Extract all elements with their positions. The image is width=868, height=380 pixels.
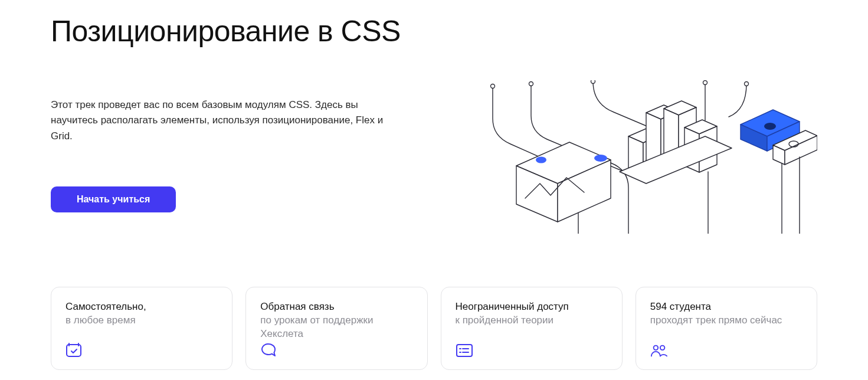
svg-point-3 xyxy=(703,81,707,85)
svg-rect-32 xyxy=(457,345,472,356)
card-subtitle: к пройденной теории xyxy=(456,314,608,327)
chat-icon xyxy=(260,341,278,358)
feature-card-unlimited-access: Неограниченный доступ к пройденной теори… xyxy=(441,287,623,370)
feature-card-feedback: Обратная связь по урокам от поддержки Хе… xyxy=(245,287,427,370)
svg-point-4 xyxy=(745,82,749,86)
svg-point-1 xyxy=(529,82,533,86)
card-title: Обратная связь xyxy=(260,300,412,314)
start-learning-button[interactable]: Начать учиться xyxy=(51,186,176,212)
users-icon xyxy=(650,341,668,358)
svg-point-26 xyxy=(764,123,776,130)
page-title: Позиционирование в CSS xyxy=(51,15,405,48)
svg-point-0 xyxy=(491,84,495,89)
card-subtitle: в любое время xyxy=(65,314,218,327)
card-subtitle: по урокам от поддержки Хекслета xyxy=(260,314,412,341)
feature-cards-row: Самостоятельно, в любое время Обратная с… xyxy=(51,287,817,370)
svg-point-33 xyxy=(653,345,658,350)
card-title: Самостоятельно, xyxy=(65,300,218,314)
hero-illustration xyxy=(451,80,817,234)
card-title: 594 студента xyxy=(650,300,803,314)
svg-point-34 xyxy=(660,345,665,350)
svg-point-8 xyxy=(536,157,546,163)
calendar-check-icon xyxy=(65,341,83,358)
svg-point-2 xyxy=(591,80,595,84)
svg-point-9 xyxy=(594,155,607,162)
card-subtitle: проходят трек прямо сейчас xyxy=(650,314,803,327)
list-check-icon xyxy=(456,341,473,358)
feature-card-students: 594 студента проходят трек прямо сейчас xyxy=(636,287,817,370)
svg-rect-31 xyxy=(67,345,81,356)
page-description: Этот трек проведет вас по всем базовым м… xyxy=(51,97,405,144)
feature-card-self-paced: Самостоятельно, в любое время xyxy=(51,287,232,370)
card-title: Неограниченный доступ xyxy=(456,300,608,314)
